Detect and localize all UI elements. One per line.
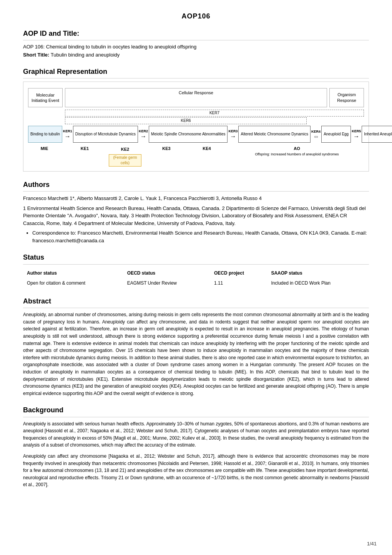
ker4-connector: KER4 ⇔ [311,129,321,139]
col-oecd-status: OECD status [123,268,210,279]
ke3-box: Altered Meiotic Chromosome Dynamics [238,126,311,143]
ker3-connector: KER3 → [228,129,238,140]
abstract-section: Abstract Aneuploidy, an abnormal number … [23,297,369,397]
labels-row: MIE KE1 KE2 (Female germ cells) KE3 KE4 … [28,146,364,167]
background-section: Background Aneuploidy is associated with… [23,405,369,488]
ke1-short-label: KE1 [68,146,101,152]
ao-box: Inherited Aneuploidy [362,126,392,143]
correspondence-list: Correspondence to: Francesco Marchetti, … [23,229,369,244]
mie-short-label: MIE [28,146,61,152]
status-section: Status Author status OECD status OECD pr… [23,253,369,288]
short-title-value: Tubulin binding and aneuploidy [51,52,120,58]
ke1-box: Disruption of Microtubule Dynamics [73,126,138,143]
diagram-container: Molecular Initiating Event Cellular Resp… [23,82,369,172]
ker1-arrow: → [65,133,71,140]
mie-label: Binding to tubulin [30,132,60,137]
background-heading: Background [23,405,369,417]
ker7-box: KER7 [65,110,364,117]
correspondence-item: Correspondence to: Francesco Marchetti, … [32,229,369,244]
ker2-connector: KER2 → [139,129,148,140]
background-para-2: Aneuploidy can affect any chromosome [Na… [23,453,369,488]
ke2-short-label: KE2 [121,147,129,152]
ke4-short-label: KE4 [191,146,222,152]
status-data-row: Open for citation & comment EAGMST Under… [23,278,369,288]
ker2-arrow: → [140,133,146,140]
mie-header-box: Molecular Initiating Event [28,88,63,107]
ke4-node: Aneuploid Egg [321,126,351,143]
page-title: AOP106 [23,12,369,21]
ke2-box: Meiotic Spindle Chromosome Abnormalities [149,126,228,143]
aop-short-title: Short Title: Tubulin binding and aneuplo… [23,52,369,58]
background-para-1: Aneuploidy is associated with serious hu… [23,420,369,449]
ker5-arrow: → [353,133,359,140]
affiliations-text: 1 Environmental Health Science and Resea… [23,205,369,227]
oecd-project-value: 1.11 [210,278,267,288]
ker4-label: KER4 [311,129,321,134]
ker1-connector: KER1 → [63,129,72,140]
col-oecd-project: OECD project [210,268,267,279]
diagram-header-row: Molecular Initiating Event Cellular Resp… [28,88,364,107]
ker3-arrow: → [230,133,236,140]
page-number: 1/41 [367,540,377,547]
ker5-connector: KER5 → [352,129,361,140]
main-flow-row: Binding to tubulin KER1 → Disruption of … [28,126,364,143]
ker6-box: KER6 [65,117,307,124]
ke2-node: Meiotic Spindle Chromosome Abnormalities [149,126,228,143]
authors-heading: Authors [23,180,369,192]
aop-id-section: AOP ID and Title: AOP 106: Chemical bind… [23,29,369,58]
authors-section: Authors Francesco Marchetti 1*, Alberto … [23,180,369,244]
aop-id-heading: AOP ID and Title: [23,29,369,40]
ao-node: Inherited Aneuploidy [362,126,392,143]
aop-description: AOP 106: Chemical binding to tubulin in … [23,43,369,50]
ao-short-label: AO Offspring: Increased Numbers of aneup… [230,146,364,157]
oecd-status-value: EAGMST Under Review [123,278,210,288]
saaop-status-value: Included in OECD Work Plan [267,278,369,288]
ke1-node: Disruption of Microtubule Dynamics [73,126,138,143]
mie-node: Binding to tubulin [28,126,62,143]
status-header-row: Author status OECD status OECD project S… [23,268,369,279]
graphical-section: Graphical Representation Molecular Initi… [23,67,369,172]
abstract-heading: Abstract [23,297,369,308]
graphical-heading: Graphical Representation [23,67,369,78]
mie-box: Binding to tubulin [28,126,62,143]
author-status-value: Open for citation & comment [23,278,123,288]
ker4-arrow: ⇔ [314,134,318,139]
ker6-row: KER6 [28,117,364,124]
cellular-response-box: Cellular Response [65,88,327,107]
short-title-label: Short Title: [23,52,49,58]
organism-response-box: Organism Response [329,88,364,107]
author-line: Francesco Marchetti 1*, Alberto Massarot… [23,195,369,202]
ke4-box: Aneuploid Egg [321,126,351,143]
ke2-col: KE2 (Female germ cells) [109,146,141,167]
ke3-short-label: KE3 [149,146,184,152]
abstract-text: Aneuploidy, an abnormal number of chromo… [23,311,369,397]
ao-note: Offspring: Increased Numbers of aneuploi… [230,152,364,157]
col-saaop-status: SAAOP status [267,268,369,279]
col-author-status: Author status [23,268,123,279]
female-germ-label: (Female germ cells) [109,154,141,167]
ke3-node: Altered Meiotic Chromosome Dynamics [238,126,311,143]
status-heading: Status [23,253,369,264]
status-table: Author status OECD status OECD project S… [23,268,369,288]
ker7-row: KER7 [28,110,364,117]
